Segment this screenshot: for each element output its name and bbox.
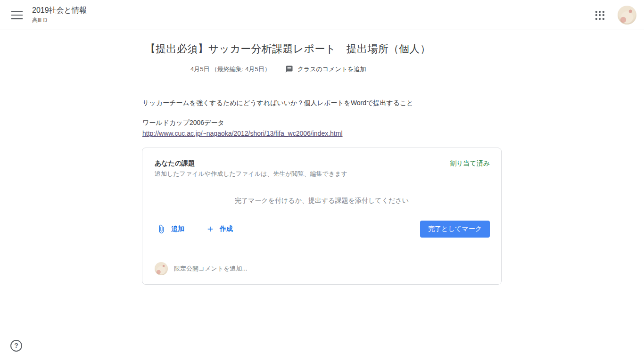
assignment-description: サッカーチームを強くするためにどうすればいいか？個人レポートをWordで提出する… [142, 98, 502, 107]
class-title: 2019社会と情報 [32, 5, 87, 16]
materials-link[interactable]: http://www.cuc.ac.jp/~nagaoka/2012/shori… [142, 130, 343, 138]
private-comment-placeholder: 限定公開コメントを追加... [174, 264, 247, 273]
comment-icon [285, 65, 293, 74]
materials-label: ワールドカップ2006データ [142, 118, 502, 127]
class-section: 高Ⅲ D [32, 16, 87, 25]
your-work-card: あなたの課題 追加したファイルや作成したファイルは、先生が閲覧、編集できます 割… [142, 148, 502, 285]
private-comment-field[interactable]: 限定公開コメントを追加... [142, 251, 501, 286]
comment-avatar [155, 262, 168, 275]
apps-grid-icon[interactable] [590, 6, 609, 25]
app-header: 2019社会と情報 高Ⅲ D [0, 0, 644, 30]
work-actions-row: 追加 作成 完了としてマーク [142, 221, 501, 238]
paperclip-icon [157, 224, 166, 234]
mark-as-done-button[interactable]: 完了としてマーク [420, 221, 490, 238]
create-file-button[interactable]: 作成 [206, 225, 233, 233]
status-badge: 割り当て済み [450, 159, 490, 167]
add-attachment-button[interactable]: 追加 [157, 224, 184, 234]
user-avatar[interactable] [618, 6, 636, 25]
your-work-subtitle: 追加したファイルや作成したファイルは、先生が閲覧、編集できます [155, 170, 347, 178]
plus-icon [206, 225, 215, 233]
attach-hint: 完了マークを付けるか、提出する課題を添付してください [142, 197, 501, 204]
assignment-page: 【提出必須】サッカー分析課題レポート 提出場所（個人） 4月5日 （最終編集: … [142, 30, 502, 285]
class-info[interactable]: 2019社会と情報 高Ⅲ D [32, 5, 87, 25]
your-work-title: あなたの課題 [155, 159, 347, 167]
hamburger-menu-icon[interactable] [8, 6, 26, 25]
add-class-comment-label: クラスのコメントを追加 [297, 65, 366, 74]
add-attachment-label: 追加 [171, 225, 184, 233]
assignment-title: 【提出必須】サッカー分析課題レポート 提出場所（個人） [145, 42, 502, 56]
help-icon[interactable]: ? [10, 340, 22, 352]
work-card-header-left: あなたの課題 追加したファイルや作成したファイルは、先生が閲覧、編集できます [155, 159, 347, 178]
add-class-comment-button[interactable]: クラスのコメントを追加 [285, 65, 366, 74]
assignment-date: 4月5日 （最終編集: 4月5日） [190, 65, 271, 74]
create-file-label: 作成 [220, 225, 233, 233]
date-row: 4月5日 （最終編集: 4月5日） クラスのコメントを追加 [190, 65, 502, 74]
